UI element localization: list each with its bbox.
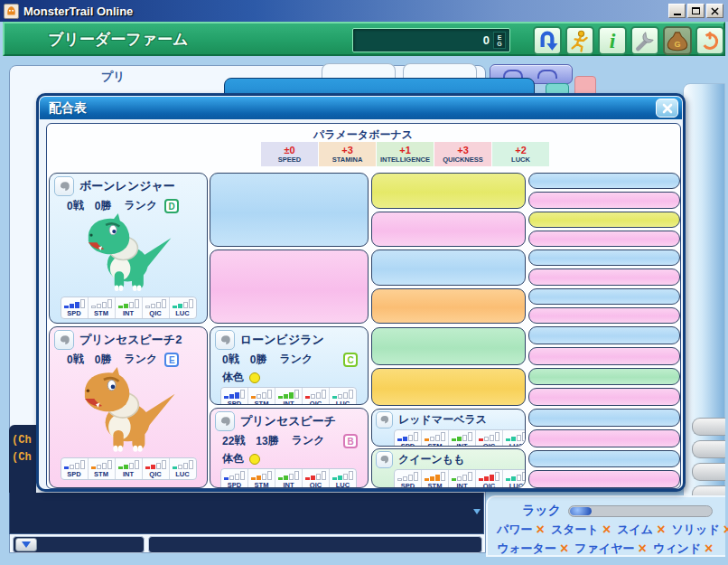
stat-gauges: SPDSTMINTQICLUC <box>220 468 357 488</box>
breeding-result-cell-pink[interactable] <box>528 192 680 208</box>
dialog-titlebar[interactable]: 配合表 <box>40 97 682 119</box>
breeding-result-cell-green[interactable] <box>528 368 680 386</box>
cross-icon: × <box>537 523 545 537</box>
chat-message-input[interactable] <box>148 536 482 553</box>
window-title: MonsterTrail Online <box>23 5 133 18</box>
monster-portrait <box>54 213 202 295</box>
run-button[interactable] <box>565 26 594 55</box>
body-color-chip <box>249 372 260 383</box>
power-button[interactable] <box>695 26 724 55</box>
chat-scroll-button[interactable] <box>473 514 481 531</box>
monster-head-icon <box>219 334 232 347</box>
breeding-result-cell-yellow[interactable] <box>371 173 526 209</box>
stat-gauges: SPDSTMINTQICLUC <box>61 457 197 480</box>
chat-line: (Ch <box>12 432 36 449</box>
luck-label: ラック <box>522 503 561 519</box>
background-tab[interactable] <box>403 63 477 79</box>
dialog-close-button[interactable] <box>656 99 678 118</box>
background-tab[interactable] <box>322 63 396 79</box>
breeding-result-cell-yellow[interactable] <box>528 212 680 228</box>
minimize-button[interactable] <box>668 4 686 18</box>
cross-icon: × <box>723 523 728 537</box>
stat-gauge-qic: QIC <box>142 297 169 318</box>
breeding-result-cell-pink[interactable] <box>528 347 680 365</box>
info-icon: i <box>610 30 616 52</box>
ability-label: スイム <box>617 522 653 538</box>
monster-select-button[interactable] <box>376 451 393 468</box>
return-button[interactable] <box>533 26 562 55</box>
stat-gauge-stm: STM <box>88 297 115 318</box>
maximize-button[interactable] <box>687 4 705 18</box>
bonus-stamina: +3STAMINA <box>319 142 376 166</box>
breeding-result-cell-pink[interactable] <box>210 250 369 324</box>
breeding-result-cell-pink[interactable] <box>528 388 680 406</box>
breeding-result-cell-orange[interactable] <box>371 288 526 325</box>
monster-head-icon <box>378 414 390 426</box>
breeding-result-cell-blue[interactable] <box>528 326 680 344</box>
stat-gauge-qic: QIC <box>475 470 502 488</box>
stat-gauge-luc: LUC <box>329 469 356 488</box>
body-color-row: 体色 <box>222 370 363 385</box>
background-list-bar[interactable] <box>692 440 725 458</box>
monster-record: 0戦 0勝 ランク D <box>67 198 202 213</box>
breeding-result-cell-pink[interactable] <box>371 212 526 248</box>
monster-card-princess-peach[interactable]: プリンセスピーチ 22戦 13勝 ランク B 体色 SPDSTMINTQICLU… <box>210 408 369 488</box>
channel-dropdown-button[interactable] <box>15 538 37 551</box>
luck-meter-fill <box>570 507 592 515</box>
money-unit-bottom: G <box>497 41 501 47</box>
window-titlebar[interactable]: MonsterTrail Online <box>0 0 728 22</box>
result-cells-col4-bottom <box>528 326 680 488</box>
breeding-result-cell-blue[interactable] <box>210 173 369 247</box>
background-list-bar[interactable] <box>692 463 725 481</box>
breeding-result-cell-green[interactable] <box>371 327 526 365</box>
stat-gauge-int: INT <box>275 469 302 488</box>
monster-select-button[interactable] <box>376 411 393 428</box>
background-list-bar[interactable] <box>692 418 725 436</box>
parameter-bonus-title: パラメータボーナス <box>210 127 517 143</box>
bonus-luck: +2LUCK <box>492 142 549 166</box>
breeding-result-cell-pink[interactable] <box>528 307 680 324</box>
breeding-result-cell-blue[interactable] <box>528 173 680 189</box>
close-button[interactable] <box>706 4 723 18</box>
monster-name: ローンビジラン <box>240 332 324 348</box>
tools-button[interactable] <box>630 26 659 55</box>
breeding-result-cell-blue[interactable] <box>528 250 680 266</box>
breeding-result-cell-pink[interactable] <box>528 429 680 447</box>
stat-gauges: SPDSTMINTQICLUC <box>220 387 357 405</box>
background-pink-tab[interactable] <box>574 76 596 94</box>
breeding-result-cell-blue[interactable] <box>528 288 680 305</box>
monster-card-princess-peach2[interactable]: プリンセスピーチ2 0戦 0勝 ランク E <box>49 326 208 488</box>
monster-head-icon <box>378 454 390 466</box>
stat-gauges: SPDSTMINTQICLUC <box>61 297 197 319</box>
monster-select-button[interactable] <box>54 176 74 196</box>
monster-card-queen-momo[interactable]: クイーンもも SPDSTMINTQICLUC <box>371 448 526 488</box>
info-button[interactable]: i <box>598 26 627 55</box>
monster-select-button[interactable] <box>215 411 235 431</box>
monster-name: ボーンレンジャー <box>79 178 175 194</box>
breeding-result-cell-blue[interactable] <box>528 409 680 427</box>
chat-channel-input[interactable] <box>13 536 145 553</box>
money-bag-button[interactable]: G <box>663 26 692 55</box>
breeding-result-cell-gold[interactable] <box>371 368 526 406</box>
monster-select-button[interactable] <box>215 330 235 350</box>
cross-icon: × <box>657 523 665 537</box>
breeding-result-cell-blue[interactable] <box>371 250 526 286</box>
monster-card-red-marvelous[interactable]: レッドマーベラス SPDSTMINTQICLUC <box>371 409 526 447</box>
breeding-result-cell-pink[interactable] <box>528 470 680 488</box>
breeding-result-cell-pink[interactable] <box>528 268 680 285</box>
ability-label: スタート <box>551 522 599 538</box>
breeding-result-cell-blue[interactable] <box>528 450 680 468</box>
power-icon <box>698 29 722 52</box>
breeding-result-cell-pink[interactable] <box>528 231 680 247</box>
money-unit: E G <box>493 32 506 49</box>
rank-badge: E <box>164 353 179 367</box>
ability-label: ウィンド <box>653 541 701 557</box>
monster-name: プリンセスピーチ <box>240 413 336 429</box>
cross-icon: × <box>638 541 646 556</box>
monster-card-bone-ranger[interactable]: ボーンレンジャー 0戦 0勝 ランク D <box>49 173 208 324</box>
monster-name: プリンセスピーチ2 <box>79 332 182 348</box>
money-value: 0 <box>483 33 490 47</box>
stat-gauges: SPDSTMINTQICLUC <box>394 469 526 488</box>
monster-select-button[interactable] <box>54 330 74 350</box>
monster-card-lone-vigilan[interactable]: ローンビジラン 0戦 0勝 ランク C 体色 SPDSTMINTQICLUC <box>210 326 369 405</box>
